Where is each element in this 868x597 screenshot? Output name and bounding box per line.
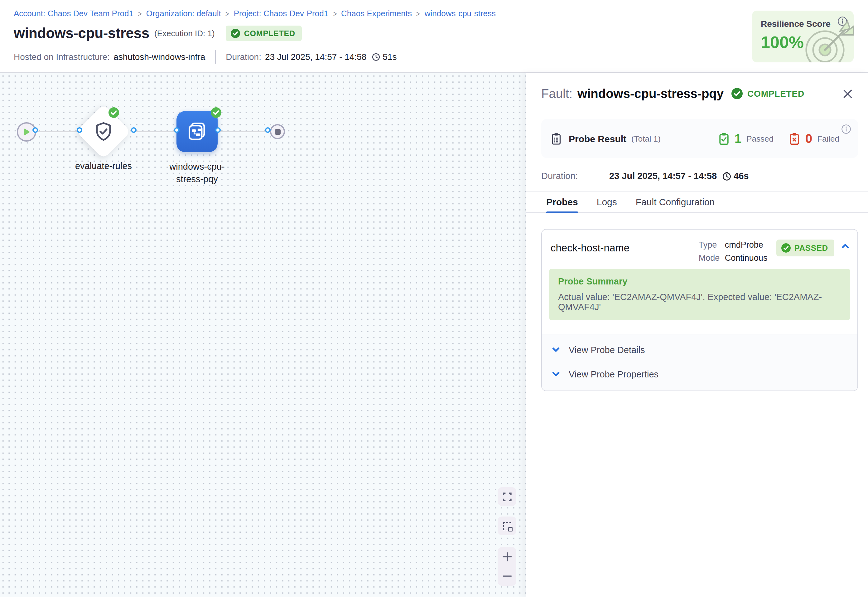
fault-header: Fault: windows-cpu-stress-pqy COMPLETED bbox=[541, 85, 858, 102]
edge-endpoint bbox=[131, 127, 136, 133]
edge-endpoint bbox=[174, 127, 179, 133]
success-badge-icon bbox=[211, 107, 221, 118]
duration-value: 23 Jul 2025, 14:57 - 14:58 bbox=[609, 171, 717, 181]
fault-name: windows-cpu-stress-pqy bbox=[578, 86, 724, 101]
plus-icon bbox=[502, 551, 512, 562]
close-icon bbox=[841, 88, 853, 100]
collapse-probe-button[interactable] bbox=[841, 241, 850, 251]
view-probe-properties[interactable]: View Probe Properties bbox=[542, 362, 858, 386]
fault-label: Fault: bbox=[541, 86, 572, 101]
clipboard-x-icon bbox=[788, 132, 801, 145]
experiment-meta: Hosted on Infrastructure: ashutosh-windo… bbox=[14, 50, 868, 64]
probe-type-label: Type bbox=[699, 238, 725, 251]
zoom-controls bbox=[498, 547, 516, 586]
edge-endpoint bbox=[215, 127, 221, 133]
node-label-evaluate-rules: evaluate-rules bbox=[63, 160, 144, 172]
success-badge-icon bbox=[108, 107, 119, 118]
tab-logs[interactable]: Logs bbox=[597, 192, 617, 212]
breadcrumb-separator: > bbox=[333, 9, 337, 18]
play-icon bbox=[22, 127, 31, 137]
chevron-down-icon bbox=[551, 369, 561, 379]
page-header: Account: Chaos Dev Team Prod1 > Organiza… bbox=[0, 0, 868, 73]
chaos-fault-icon bbox=[185, 120, 209, 144]
edge-endpoint bbox=[77, 127, 82, 133]
stop-icon bbox=[275, 129, 280, 134]
hosted-on-label: Hosted on Infrastructure: bbox=[14, 52, 110, 62]
check-circle-icon bbox=[231, 29, 240, 38]
probe-summary-text: Actual value: 'EC2AMAZ-QMVAF4J'. Expecte… bbox=[558, 292, 841, 312]
multi-select-button[interactable] bbox=[498, 517, 516, 535]
tab-probes[interactable]: Probes bbox=[546, 192, 578, 212]
info-icon[interactable] bbox=[841, 124, 851, 137]
node-evaluate-rules[interactable] bbox=[76, 104, 130, 159]
fullscreen-button[interactable] bbox=[498, 487, 516, 506]
duration-seconds: 46s bbox=[734, 171, 749, 181]
tab-bar: Probes Logs Fault Configuration bbox=[526, 191, 868, 213]
infrastructure-name: ashutosh-windows-infra bbox=[114, 52, 205, 62]
duration-label: Duration: bbox=[541, 171, 609, 181]
probe-summary-title: Probe Summary bbox=[558, 276, 841, 286]
passed-label: Passed bbox=[747, 134, 773, 143]
edge-start-to-evaluate bbox=[36, 131, 80, 132]
breadcrumb-chaos-experiments[interactable]: Chaos Experiments bbox=[341, 9, 412, 18]
probe-card-header[interactable]: check-host-name Type cmdProbe Mode Conti… bbox=[542, 230, 858, 264]
breadcrumb-account[interactable]: Account: Chaos Dev Team Prod1 bbox=[14, 9, 133, 18]
breadcrumb-separator: > bbox=[416, 9, 420, 18]
page-title: windows-cpu-stress bbox=[14, 25, 150, 42]
fault-details-panel: Fault: windows-cpu-stress-pqy COMPLETED bbox=[526, 73, 868, 597]
probe-mode-label: Mode bbox=[699, 251, 725, 264]
divider bbox=[215, 50, 216, 64]
tab-fault-configuration[interactable]: Fault Configuration bbox=[636, 192, 715, 212]
check-circle-icon bbox=[731, 88, 742, 99]
execution-id: (Execution ID: 1) bbox=[154, 29, 215, 38]
breadcrumb-current[interactable]: windows-cpu-stress bbox=[425, 9, 496, 18]
probe-status-text: PASSED bbox=[794, 243, 828, 252]
minus-icon bbox=[502, 571, 512, 581]
resilience-score-value: 100% bbox=[761, 33, 845, 52]
pipeline-stop-node[interactable] bbox=[270, 124, 285, 139]
probe-mode-value: Continuous bbox=[725, 251, 767, 264]
clock-icon bbox=[722, 171, 731, 181]
close-panel-button[interactable] bbox=[837, 83, 858, 104]
check-circle-icon bbox=[781, 243, 790, 252]
probe-card: check-host-name Type cmdProbe Mode Conti… bbox=[541, 229, 858, 391]
duration-seconds: 51s bbox=[382, 52, 397, 62]
probe-type-mode: Type cmdProbe Mode Continuous bbox=[699, 238, 767, 264]
node-label-windows-cpu-stress-pqy: windows-cpu-stress-pqy bbox=[166, 161, 228, 185]
fullscreen-icon bbox=[502, 491, 512, 502]
breadcrumb-separator: > bbox=[138, 9, 142, 18]
probe-status-badge: PASSED bbox=[776, 239, 834, 256]
probe-type-value: cmdProbe bbox=[725, 238, 763, 251]
zoom-out-button[interactable] bbox=[498, 566, 516, 586]
breadcrumb-organization[interactable]: Organization: default bbox=[146, 9, 221, 18]
probe-result-title: Probe Result bbox=[569, 133, 627, 144]
view-probe-details-label: View Probe Details bbox=[569, 345, 645, 355]
zoom-in-button[interactable] bbox=[498, 547, 516, 566]
edge-endpoint bbox=[265, 127, 271, 133]
failed-count: 0 bbox=[805, 131, 812, 146]
shield-check-icon bbox=[92, 120, 115, 143]
failed-label: Failed bbox=[817, 134, 839, 143]
resilience-score-card: Resilience Score 100% bbox=[752, 10, 854, 62]
probe-result-total: (Total 1) bbox=[631, 134, 661, 143]
edge-endpoint bbox=[33, 127, 38, 133]
chaos-experiment-run-page: Account: Chaos Dev Team Prod1 > Organiza… bbox=[0, 0, 868, 597]
probe-summary: Probe Summary Actual value: 'EC2AMAZ-QMV… bbox=[550, 269, 850, 320]
probe-result-summary: Probe Result (Total 1) 1 Passed bbox=[541, 119, 858, 158]
probe-card-footer: View Probe Details View Probe Properties bbox=[542, 334, 858, 391]
view-probe-properties-label: View Probe Properties bbox=[569, 369, 659, 379]
chevron-up-icon bbox=[841, 241, 850, 251]
duration-label: Duration: bbox=[226, 52, 261, 62]
breadcrumb-project[interactable]: Project: Chaos-Dev-Prod1 bbox=[234, 9, 328, 18]
selection-icon bbox=[503, 522, 511, 530]
experiment-status-text: COMPLETED bbox=[244, 29, 295, 38]
edge-fault-to-stop bbox=[218, 131, 268, 132]
clock-icon bbox=[371, 52, 380, 61]
pipeline-canvas[interactable]: evaluate-rules windows-cpu-stress-pqy bbox=[0, 73, 526, 597]
view-probe-details[interactable]: View Probe Details bbox=[542, 337, 858, 362]
passed-count: 1 bbox=[735, 131, 741, 146]
clipboard-icon bbox=[550, 132, 563, 145]
duration-value: 23 Jul 2025, 14:57 - 14:58 bbox=[265, 52, 366, 62]
breadcrumb: Account: Chaos Dev Team Prod1 > Organiza… bbox=[14, 9, 868, 18]
clipboard-check-icon bbox=[718, 132, 730, 145]
